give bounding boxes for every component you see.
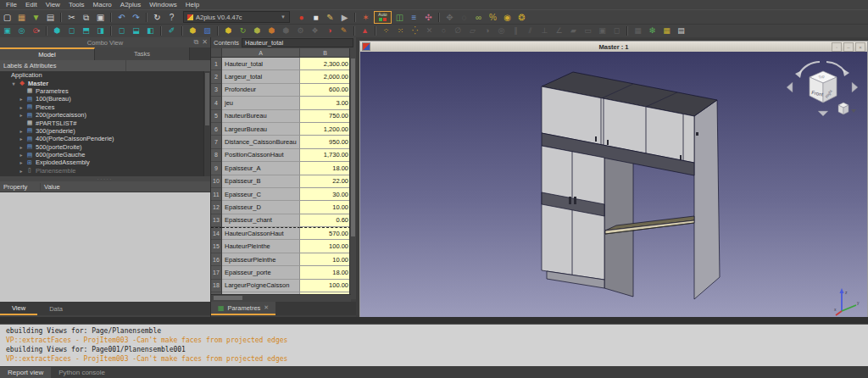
constraint-point-line-icon[interactable]: ⁙ <box>394 25 407 36</box>
update-pinwheel-icon[interactable]: ✣ <box>422 12 435 23</box>
menu-edit[interactable]: Edit <box>21 1 42 8</box>
cell-a8[interactable]: PositionCaissonHaut <box>222 149 300 162</box>
row-header[interactable]: 5 <box>211 110 222 123</box>
row-header[interactable]: 1 <box>211 58 222 70</box>
sheet-corner-cell[interactable] <box>211 48 222 58</box>
view-left-icon[interactable]: ◧ <box>144 25 157 36</box>
expand-chevron-icon[interactable]: ▸ <box>19 144 24 150</box>
refresh-icon[interactable]: ↻ <box>151 12 164 23</box>
view-right-icon[interactable]: ◨ <box>94 25 107 36</box>
sheet-vertical-scrollbar[interactable] <box>349 48 356 299</box>
window-restore-icon[interactable]: ◦ <box>832 42 842 52</box>
menu-windows[interactable]: Windows <box>145 1 181 8</box>
undo-icon[interactable]: ↶ <box>115 12 128 23</box>
row-header[interactable]: 4 <box>211 97 222 109</box>
tree-item-200-portecaisson-[interactable]: ▸▤200(portecaisson) <box>0 111 210 119</box>
collapse-chevron-icon[interactable]: ▾ <box>11 81 16 86</box>
row-header[interactable]: 17 <box>211 266 222 279</box>
cell-b11[interactable]: 30.00 <box>300 188 351 201</box>
cell-a14[interactable]: HauteurCaissonHaut <box>222 227 300 240</box>
cell-a1[interactable]: Hauteur_total <box>222 58 300 70</box>
row-header[interactable]: 6 <box>211 123 222 136</box>
macro-edit-icon[interactable]: ✎ <box>324 12 337 23</box>
link-ratio-icon[interactable]: % <box>487 12 499 23</box>
tree-item-300-penderie-[interactable]: ▸▤300(penderie) <box>0 127 210 135</box>
expand-chevron-icon[interactable]: ▸ <box>19 96 24 102</box>
draw-style-icon[interactable]: ⊘▾ <box>30 25 42 36</box>
tree-item-pieces[interactable]: ▸▤Pieces <box>0 103 210 111</box>
print-icon[interactable]: ▤ <box>44 12 57 23</box>
coins-icon[interactable]: ❂ <box>515 12 528 23</box>
view-axonometric-icon[interactable]: ⬢ <box>51 25 64 36</box>
view-bottom-icon[interactable]: ⬓ <box>130 25 142 36</box>
cell-b6[interactable]: 1,200.00 <box>300 123 351 136</box>
float-panel-icon[interactable]: ⧉ <box>194 38 199 47</box>
a2p-import-folder-icon[interactable]: ▨ <box>201 25 214 36</box>
tree-item--partslist-[interactable]: ▦#PARTSLIST# <box>0 119 210 126</box>
tree-item-600-portegauche[interactable]: ▸▤600(porteGauche <box>0 151 210 158</box>
cell-a9[interactable]: Epaisseur_A <box>222 162 300 175</box>
coin-icon[interactable]: ◉ <box>501 12 514 23</box>
partlist-column-icon[interactable]: ◫ <box>393 12 406 23</box>
solver-auto-icon[interactable]: Auto <box>374 11 392 24</box>
expand-chevron-icon[interactable]: ▸ <box>19 104 24 110</box>
window-close-icon[interactable]: × <box>855 42 865 52</box>
cell-b1[interactable]: 2,300.00 <box>300 58 351 70</box>
cell-b3[interactable]: 600.00 <box>300 84 351 97</box>
close-panel-icon[interactable]: ✕ <box>202 38 208 47</box>
expand-chevron-icon[interactable]: ▸ <box>19 152 24 158</box>
cell-b18[interactable]: 100.00 <box>300 280 351 292</box>
navigation-cube[interactable]: Top Front Right <box>786 55 859 118</box>
a2p-flip-icon[interactable]: ◑ <box>323 25 336 36</box>
cell-a10[interactable]: Epaisseur_B <box>222 175 300 188</box>
row-header[interactable]: 12 <box>211 201 222 214</box>
cell-b15[interactable]: 100.00 <box>300 240 351 253</box>
view-front-icon[interactable]: ◻ <box>65 25 78 36</box>
row-header[interactable]: 13 <box>211 214 222 227</box>
constraint-sphere-icon[interactable]: ⁛ <box>409 25 421 36</box>
row-header[interactable]: 2 <box>211 70 222 83</box>
row-header[interactable]: 8 <box>211 149 222 162</box>
open-folder-icon[interactable]: ▦ <box>15 12 28 23</box>
copy-icon[interactable]: ⧉ <box>80 12 92 23</box>
redo-icon[interactable]: ↷ <box>130 12 142 23</box>
cell-a6[interactable]: LargeurBureau <box>222 123 300 136</box>
cell-a12[interactable]: Epaisseur_D <box>222 201 300 214</box>
column-header-a[interactable]: A <box>222 48 300 58</box>
save-icon[interactable]: ▼ <box>30 12 42 23</box>
cell-a15[interactable]: HauteurPleinthe <box>222 240 300 253</box>
cell-b5[interactable]: 750.00 <box>300 110 351 123</box>
partlist-view-icon[interactable]: ▤ <box>675 25 687 36</box>
whats-this-icon[interactable]: ? <box>165 12 178 23</box>
tree-item-explodedassembly[interactable]: ▸⊞ExplodedAssembly <box>0 158 210 166</box>
view-zoom-icon[interactable]: ◎ <box>15 25 28 36</box>
view-fit-icon[interactable]: ▣ <box>1 25 14 36</box>
expand-chevron-icon[interactable]: ▸ <box>19 159 24 165</box>
cell-b9[interactable]: 18.00 <box>300 162 351 175</box>
tab-view[interactable]: View <box>0 302 37 315</box>
menu-macro[interactable]: Macro <box>89 1 116 8</box>
sheet-horizontal-scrollbar[interactable] <box>211 294 351 302</box>
tree-item-planensemble[interactable]: ▸▯Planensemble <box>0 167 210 175</box>
tab-data[interactable]: Data <box>37 302 75 315</box>
cell-b10[interactable]: 22.00 <box>300 175 351 188</box>
row-header[interactable]: 3 <box>211 84 222 97</box>
cell-b13[interactable]: 0.60 <box>300 214 351 227</box>
a2p-import-part-icon[interactable]: ⬢ <box>186 25 199 36</box>
tree-item-100-bureau-[interactable]: ▸▤100(Bureau) <box>0 95 210 103</box>
row-header[interactable]: 10 <box>211 175 222 188</box>
cell-b8[interactable]: 1,730.00 <box>300 149 351 162</box>
dof-lcd-icon[interactable]: ▦ <box>660 25 673 36</box>
tree-item-master[interactable]: ▾◆Master <box>0 79 210 86</box>
row-header[interactable]: 18 <box>211 280 222 292</box>
tab-model[interactable]: Model <box>0 47 95 60</box>
macro-record-icon[interactable]: ● <box>295 12 308 23</box>
tree-item-500-portedroite-[interactable]: ▸▤500(porteDroite) <box>0 143 210 151</box>
cell-a17[interactable]: Epaisseur_porte <box>222 266 300 279</box>
row-header[interactable]: 11 <box>211 188 222 201</box>
row-header[interactable]: 14 <box>211 227 222 240</box>
cell-b16[interactable]: 10.00 <box>300 253 351 266</box>
cut-icon[interactable]: ✂ <box>65 12 78 23</box>
cell-b12[interactable]: 10.00 <box>300 201 351 214</box>
macro-stop-icon[interactable]: ■ <box>309 12 322 23</box>
